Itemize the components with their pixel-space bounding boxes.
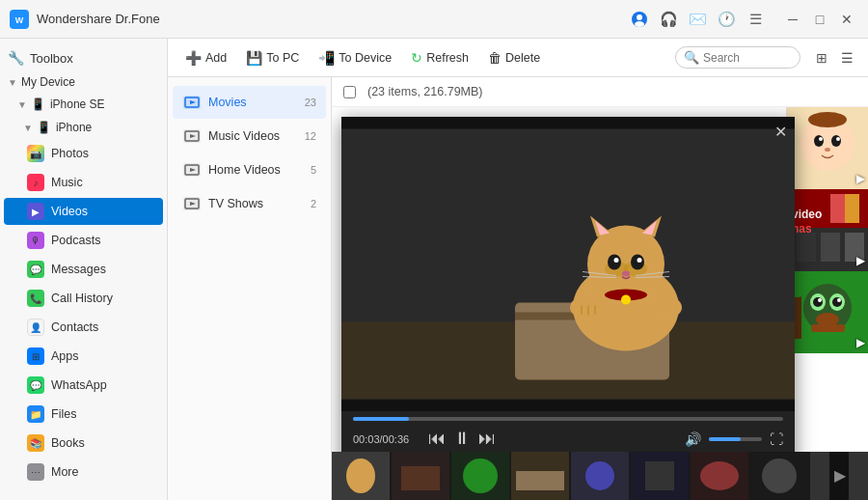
sidebar-item-apps[interactable]: ⊞ Apps [4, 343, 163, 370]
books-icon: 📚 [27, 434, 44, 452]
subnav-music-videos[interactable]: Music Videos 12 [173, 120, 326, 153]
svg-rect-58 [830, 194, 845, 223]
list-view-button[interactable]: ☰ [835, 46, 858, 69]
sidebar-item-callhistory[interactable]: 📞 Call History [4, 285, 163, 312]
refresh-button[interactable]: ↻ Refresh [403, 46, 476, 69]
tv-shows-label: TV Shows [208, 197, 304, 210]
sidebar-item-messages[interactable]: 💬 Messages [4, 256, 163, 283]
svg-point-3 [637, 14, 642, 20]
movies-icon [182, 93, 202, 112]
to-pc-label: To PC [266, 51, 299, 65]
my-backup-group[interactable]: ▼ My Backup [0, 494, 167, 500]
subnav-tv-shows[interactable]: TV Shows 2 [173, 187, 326, 220]
search-box[interactable]: 🔍 [675, 46, 800, 69]
svg-point-77 [349, 459, 372, 483]
iphone-se-group[interactable]: ▼ 📱 iPhone SE [4, 94, 163, 115]
home-videos-icon [182, 160, 202, 180]
apps-icon: ⊞ [27, 347, 44, 365]
delete-label: Delete [505, 51, 540, 65]
add-button[interactable]: ➕ Add [177, 46, 234, 69]
select-all-checkbox[interactable] [343, 86, 356, 98]
svg-point-41 [647, 296, 682, 319]
sidebar-item-whatsapp[interactable]: 💬 WhatsApp [4, 372, 163, 399]
volume-slider[interactable] [709, 437, 762, 441]
podcasts-icon: 🎙 [27, 232, 44, 249]
player-close-button[interactable]: ✕ [774, 123, 787, 141]
grid-view-button[interactable]: ⊞ [810, 46, 833, 69]
film-thumb-1[interactable] [332, 452, 390, 500]
svg-point-71 [816, 313, 839, 326]
to-device-icon: 📲 [318, 50, 335, 66]
app-title: Wondershare Dr.Fone [37, 12, 623, 26]
arrow-icon: ▼ [17, 99, 27, 110]
subnav-movies[interactable]: Movies 23 [173, 86, 326, 119]
app-logo: W [10, 10, 29, 29]
view-toggle: ⊞ ☰ [810, 46, 858, 69]
add-icon: ➕ [185, 50, 202, 66]
film-thumb-4[interactable] [511, 452, 569, 500]
add-label: Add [205, 51, 227, 65]
main-layout: 🔧 Toolbox ▼ My Device ▼ 📱 iPhone SE ▼ 📱 … [0, 39, 868, 500]
film-thumb-scroll-right[interactable]: ▶ [810, 452, 868, 500]
film-thumb-7[interactable] [691, 452, 748, 500]
film-thumb-6[interactable] [631, 452, 689, 500]
svg-point-4 [635, 21, 644, 27]
sidebar-item-files[interactable]: 📁 Files [4, 401, 163, 428]
photos-label: Photos [51, 147, 153, 160]
subnav-home-videos[interactable]: Home Videos 5 [173, 153, 326, 186]
podcasts-label: Podcasts [51, 234, 153, 247]
svg-rect-60 [797, 233, 816, 262]
fullscreen-button[interactable]: ⛶ [770, 431, 783, 447]
mail-icon[interactable]: ✉️ [689, 11, 706, 28]
profile-icon[interactable] [631, 11, 648, 28]
menu-icon[interactable]: ☰ [746, 11, 764, 28]
sidebar-item-podcasts[interactable]: 🎙 Podcasts [4, 227, 163, 254]
contacts-label: Contacts [51, 320, 153, 334]
svg-point-67 [813, 297, 823, 307]
svg-point-47 [814, 135, 824, 147]
controls-row: 00:03/00:36 ⏮ ⏸ ⏭ 🔊 ⛶ [353, 429, 783, 449]
headset-icon[interactable]: 🎧 [660, 11, 677, 28]
sidebar-item-photos[interactable]: 📷 Photos [4, 140, 163, 167]
film-thumb-2[interactable] [392, 452, 449, 500]
sidebar-item-books[interactable]: 📚 Books [4, 430, 163, 457]
film-thumb-5[interactable] [571, 452, 629, 500]
progress-bar[interactable] [353, 417, 783, 421]
film-thumb-3[interactable] [451, 452, 509, 500]
play-pause-button[interactable]: ⏸ [453, 429, 471, 449]
search-input[interactable] [703, 51, 790, 65]
music-videos-count: 12 [305, 130, 316, 142]
sidebar-item-music[interactable]: ♪ Music [4, 169, 163, 196]
history-icon[interactable]: 🕐 [718, 11, 735, 28]
delete-icon: 🗑 [488, 50, 502, 66]
svg-point-51 [825, 148, 830, 152]
delete-button[interactable]: 🗑 Delete [480, 46, 548, 69]
to-pc-button[interactable]: 💾 To PC [238, 46, 307, 69]
next-button[interactable]: ⏭ [478, 429, 496, 449]
thumbnail-3[interactable]: ▶ [787, 271, 868, 353]
svg-point-39 [621, 295, 631, 305]
sidebar-item-toolbox[interactable]: 🔧 Toolbox [0, 44, 167, 71]
my-device-group[interactable]: ▼ My Device [0, 71, 167, 93]
sidebar-item-videos[interactable]: ▶ Videos [4, 198, 163, 225]
svg-point-31 [614, 258, 619, 263]
to-pc-icon: 💾 [246, 50, 262, 66]
video-thumbnails: ▶ video has [786, 107, 868, 452]
apps-label: Apps [51, 349, 153, 363]
sidebar-item-more[interactable]: ⋯ More [4, 458, 163, 486]
minimize-button[interactable]: ─ [781, 8, 804, 31]
thumbnail-2[interactable]: video has ▶ [787, 189, 868, 271]
svg-point-32 [637, 258, 642, 263]
iphone-group[interactable]: ▼ 📱 iPhone [4, 117, 163, 138]
prev-button[interactable]: ⏮ [428, 429, 446, 449]
svg-point-91 [762, 458, 797, 493]
film-thumb-8[interactable] [750, 452, 808, 500]
current-time: 00:03 [353, 433, 380, 445]
video-info: (23 items, 216.79MB) [367, 85, 483, 98]
video-area-header: (23 items, 216.79MB) [332, 77, 868, 107]
maximize-button[interactable]: □ [808, 8, 831, 31]
thumbnail-1[interactable]: ▶ [787, 107, 868, 189]
to-device-button[interactable]: 📲 To Device [311, 46, 399, 69]
close-button[interactable]: ✕ [835, 8, 858, 31]
sidebar-item-contacts[interactable]: 👤 Contacts [4, 314, 163, 341]
